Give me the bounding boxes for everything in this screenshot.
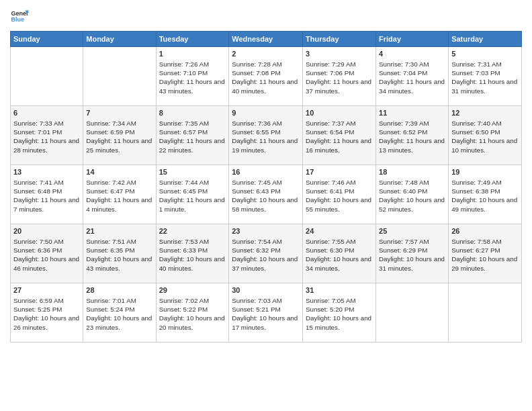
day-number: 15: [159, 167, 226, 177]
day-info: Sunrise: 7:01 AM Sunset: 5:24 PM Dayligh…: [86, 296, 152, 332]
calendar-cell: 18Sunrise: 7:48 AM Sunset: 6:40 PM Dayli…: [376, 165, 449, 224]
calendar-cell: 14Sunrise: 7:42 AM Sunset: 6:47 PM Dayli…: [83, 165, 156, 224]
calendar-cell: 11Sunrise: 7:39 AM Sunset: 6:52 PM Dayli…: [376, 106, 449, 165]
day-info: Sunrise: 7:26 AM Sunset: 7:10 PM Dayligh…: [159, 60, 226, 95]
weekday-header-monday: Monday: [83, 32, 156, 47]
calendar-cell: 8Sunrise: 7:35 AM Sunset: 6:57 PM Daylig…: [156, 106, 229, 165]
calendar-cell: 24Sunrise: 7:55 AM Sunset: 6:30 PM Dayli…: [303, 224, 376, 283]
day-info: Sunrise: 7:53 AM Sunset: 6:33 PM Dayligh…: [159, 237, 226, 273]
calendar-cell: 12Sunrise: 7:40 AM Sunset: 6:50 PM Dayli…: [449, 106, 522, 165]
day-number: 22: [159, 226, 226, 236]
calendar-cell: 9Sunrise: 7:36 AM Sunset: 6:55 PM Daylig…: [229, 106, 303, 165]
day-number: 21: [86, 226, 152, 236]
day-info: Sunrise: 7:58 AM Sunset: 6:27 PM Dayligh…: [451, 237, 519, 273]
day-info: Sunrise: 7:45 AM Sunset: 6:43 PM Dayligh…: [232, 178, 300, 214]
weekday-header-row: SundayMondayTuesdayWednesdayThursdayFrid…: [11, 32, 522, 47]
day-number: 25: [379, 226, 445, 236]
day-number: 9: [232, 108, 300, 118]
calendar-cell: 13Sunrise: 7:41 AM Sunset: 6:48 PM Dayli…: [11, 165, 83, 224]
day-number: 14: [86, 167, 152, 177]
week-row-5: 27Sunrise: 6:59 AM Sunset: 5:25 PM Dayli…: [11, 283, 522, 342]
day-info: Sunrise: 7:48 AM Sunset: 6:40 PM Dayligh…: [379, 178, 445, 214]
day-info: Sunrise: 7:39 AM Sunset: 6:52 PM Dayligh…: [379, 119, 445, 154]
calendar-cell: [83, 47, 156, 106]
calendar-cell: 21Sunrise: 7:51 AM Sunset: 6:35 PM Dayli…: [83, 224, 156, 283]
day-number: 29: [159, 285, 226, 295]
calendar-cell: 16Sunrise: 7:45 AM Sunset: 6:43 PM Dayli…: [229, 165, 303, 224]
calendar-cell: 29Sunrise: 7:02 AM Sunset: 5:22 PM Dayli…: [156, 283, 229, 342]
weekday-header-thursday: Thursday: [303, 32, 376, 47]
calendar-cell: 23Sunrise: 7:54 AM Sunset: 6:32 PM Dayli…: [229, 224, 303, 283]
week-row-4: 20Sunrise: 7:50 AM Sunset: 6:36 PM Dayli…: [11, 224, 522, 283]
weekday-header-saturday: Saturday: [449, 32, 522, 47]
logo-icon: General Blue: [10, 7, 29, 26]
day-info: Sunrise: 7:46 AM Sunset: 6:41 PM Dayligh…: [306, 178, 373, 214]
calendar-cell: 5Sunrise: 7:31 AM Sunset: 7:03 PM Daylig…: [449, 47, 522, 106]
day-info: Sunrise: 7:49 AM Sunset: 6:38 PM Dayligh…: [451, 178, 519, 214]
calendar-cell: 2Sunrise: 7:28 AM Sunset: 7:08 PM Daylig…: [229, 47, 303, 106]
weekday-header-wednesday: Wednesday: [229, 32, 303, 47]
day-number: 18: [379, 167, 445, 177]
day-number: 11: [379, 108, 445, 118]
calendar-table: SundayMondayTuesdayWednesdayThursdayFrid…: [10, 31, 522, 342]
calendar-cell: 26Sunrise: 7:58 AM Sunset: 6:27 PM Dayli…: [449, 224, 522, 283]
day-info: Sunrise: 7:50 AM Sunset: 6:36 PM Dayligh…: [13, 237, 80, 273]
day-number: 3: [306, 49, 373, 59]
day-info: Sunrise: 7:34 AM Sunset: 6:59 PM Dayligh…: [86, 119, 152, 154]
day-info: Sunrise: 7:51 AM Sunset: 6:35 PM Dayligh…: [86, 237, 152, 273]
day-info: Sunrise: 6:59 AM Sunset: 5:25 PM Dayligh…: [13, 296, 80, 332]
day-info: Sunrise: 7:55 AM Sunset: 6:30 PM Dayligh…: [306, 237, 373, 273]
day-number: 26: [451, 226, 519, 236]
logo: General Blue: [10, 7, 29, 26]
week-row-2: 6Sunrise: 7:33 AM Sunset: 7:01 PM Daylig…: [11, 106, 522, 165]
day-number: 13: [13, 167, 80, 177]
day-number: 28: [86, 285, 152, 295]
calendar-cell: 25Sunrise: 7:57 AM Sunset: 6:29 PM Dayli…: [376, 224, 449, 283]
week-row-1: 1Sunrise: 7:26 AM Sunset: 7:10 PM Daylig…: [11, 47, 522, 106]
calendar-cell: 20Sunrise: 7:50 AM Sunset: 6:36 PM Dayli…: [11, 224, 83, 283]
calendar-cell: 19Sunrise: 7:49 AM Sunset: 6:38 PM Dayli…: [449, 165, 522, 224]
day-number: 10: [306, 108, 373, 118]
calendar-cell: [449, 283, 522, 342]
day-number: 5: [451, 49, 519, 59]
day-number: 19: [451, 167, 519, 177]
day-info: Sunrise: 7:37 AM Sunset: 6:54 PM Dayligh…: [306, 119, 373, 154]
day-info: Sunrise: 7:05 AM Sunset: 5:20 PM Dayligh…: [306, 296, 373, 332]
day-number: 16: [232, 167, 300, 177]
week-row-3: 13Sunrise: 7:41 AM Sunset: 6:48 PM Dayli…: [11, 165, 522, 224]
calendar-cell: 1Sunrise: 7:26 AM Sunset: 7:10 PM Daylig…: [156, 47, 229, 106]
calendar-cell: 7Sunrise: 7:34 AM Sunset: 6:59 PM Daylig…: [83, 106, 156, 165]
day-number: 7: [86, 108, 152, 118]
day-info: Sunrise: 7:36 AM Sunset: 6:55 PM Dayligh…: [232, 119, 300, 154]
day-info: Sunrise: 7:44 AM Sunset: 6:45 PM Dayligh…: [159, 178, 226, 214]
day-info: Sunrise: 7:40 AM Sunset: 6:50 PM Dayligh…: [451, 119, 519, 154]
day-info: Sunrise: 7:31 AM Sunset: 7:03 PM Dayligh…: [451, 60, 519, 95]
day-info: Sunrise: 7:02 AM Sunset: 5:22 PM Dayligh…: [159, 296, 226, 332]
day-number: 4: [379, 49, 445, 59]
day-number: 24: [306, 226, 373, 236]
calendar-cell: 17Sunrise: 7:46 AM Sunset: 6:41 PM Dayli…: [303, 165, 376, 224]
day-number: 2: [232, 49, 300, 59]
day-info: Sunrise: 7:41 AM Sunset: 6:48 PM Dayligh…: [13, 178, 80, 214]
day-number: 17: [306, 167, 373, 177]
day-info: Sunrise: 7:54 AM Sunset: 6:32 PM Dayligh…: [232, 237, 300, 273]
calendar-cell: 31Sunrise: 7:05 AM Sunset: 5:20 PM Dayli…: [303, 283, 376, 342]
calendar-cell: 30Sunrise: 7:03 AM Sunset: 5:21 PM Dayli…: [229, 283, 303, 342]
day-info: Sunrise: 7:57 AM Sunset: 6:29 PM Dayligh…: [379, 237, 445, 273]
day-number: 1: [159, 49, 226, 59]
day-number: 12: [451, 108, 519, 118]
calendar-cell: 15Sunrise: 7:44 AM Sunset: 6:45 PM Dayli…: [156, 165, 229, 224]
calendar-cell: 28Sunrise: 7:01 AM Sunset: 5:24 PM Dayli…: [83, 283, 156, 342]
weekday-header-tuesday: Tuesday: [156, 32, 229, 47]
calendar-page: General Blue SundayMondayTuesdayWednesda…: [0, 0, 532, 411]
day-number: 23: [232, 226, 300, 236]
day-number: 8: [159, 108, 226, 118]
day-number: 20: [13, 226, 80, 236]
day-info: Sunrise: 7:03 AM Sunset: 5:21 PM Dayligh…: [232, 296, 300, 332]
day-number: 27: [13, 285, 80, 295]
day-info: Sunrise: 7:30 AM Sunset: 7:04 PM Dayligh…: [379, 60, 445, 95]
day-number: 6: [13, 108, 80, 118]
header: General Blue: [10, 7, 522, 26]
day-info: Sunrise: 7:28 AM Sunset: 7:08 PM Dayligh…: [232, 60, 300, 95]
calendar-cell: [11, 47, 83, 106]
